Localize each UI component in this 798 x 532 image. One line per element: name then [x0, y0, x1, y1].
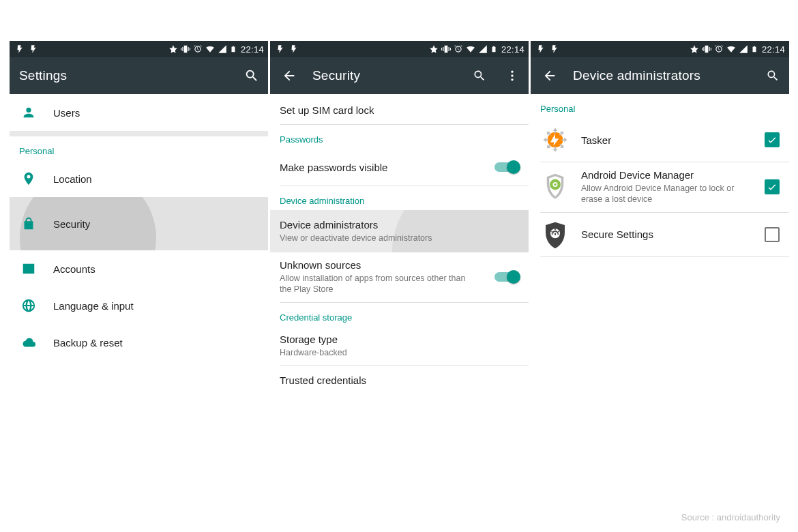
label: Location — [53, 173, 258, 185]
admin-item-tasker[interactable]: Tasker — [531, 118, 789, 162]
checkbox-tasker[interactable] — [765, 132, 780, 147]
svg-point-1 — [511, 74, 513, 76]
item-password-visible[interactable]: Make passwords visible — [270, 149, 529, 186]
svg-point-6 — [554, 183, 557, 186]
divider — [10, 131, 268, 136]
label: Users — [53, 107, 258, 119]
section-header-device-admin: Device administration — [270, 186, 529, 210]
more-vert-icon — [505, 69, 519, 83]
appbar: Security — [270, 57, 529, 94]
sublabel: Hardware-backed — [280, 347, 519, 358]
star-icon — [168, 44, 178, 54]
overflow-button[interactable] — [503, 66, 522, 85]
settings-item-users[interactable]: Users — [10, 94, 268, 131]
admin-item-secure-settings[interactable]: Secure Settings — [531, 213, 789, 256]
page-title: Settings — [19, 68, 228, 83]
settings-item-security[interactable]: Security — [10, 197, 268, 250]
label: Trusted credentials — [280, 374, 519, 386]
alarm-icon — [193, 44, 203, 54]
wifi-icon — [726, 44, 736, 54]
screen-device-administrators: 22:14 Device administrators Personal Tas… — [530, 41, 789, 457]
signal-icon — [739, 44, 748, 54]
search-button[interactable] — [470, 66, 489, 85]
bolt-icon — [536, 44, 546, 54]
sublabel: View or deactivate device administrators — [280, 233, 519, 243]
switch-unknown-sources[interactable] — [494, 270, 519, 284]
label: Security — [53, 218, 258, 230]
section-header-credential: Credential storage — [270, 303, 529, 327]
appbar: Device administrators — [531, 57, 789, 94]
label: Accounts — [53, 263, 258, 275]
star-icon — [690, 44, 699, 54]
item-trusted-credentials[interactable]: Trusted credentials — [270, 366, 529, 396]
label: Secure Settings — [581, 228, 754, 240]
section-header-passwords: Passwords — [270, 125, 529, 149]
sublabel: Allow Android Device Manager to lock or … — [581, 183, 754, 205]
search-icon — [766, 69, 780, 83]
status-bar: 22:14 — [10, 41, 268, 57]
label: Android Device Manager — [581, 169, 754, 181]
status-time: 22:14 — [762, 44, 785, 55]
page-title: Device administrators — [573, 68, 750, 83]
sublabel: Allow installation of apps from sources … — [280, 273, 479, 295]
status-time: 22:14 — [501, 44, 524, 55]
source-credit: Source : androidauthority — [681, 512, 780, 522]
bolt-icon — [276, 44, 285, 54]
search-icon — [473, 69, 486, 83]
battery-icon — [490, 44, 497, 54]
lock-icon — [21, 216, 36, 231]
label: Language & input — [53, 300, 258, 312]
item-storage-type[interactable]: Storage type Hardware-backed — [270, 327, 529, 365]
vibrate-icon — [181, 44, 190, 54]
search-button[interactable] — [763, 66, 782, 85]
status-time: 22:14 — [241, 44, 264, 55]
globe-icon — [21, 298, 36, 313]
alarm-icon — [714, 44, 724, 54]
tasker-icon — [540, 125, 570, 155]
arrow-back-icon — [542, 68, 557, 83]
item-unknown-sources[interactable]: Unknown sources Allow installation of ap… — [270, 252, 529, 302]
screen-security: 22:14 Security Set up SIM card lock Pass… — [269, 41, 529, 457]
svg-point-2 — [511, 78, 513, 80]
switch-password-visible[interactable] — [494, 160, 519, 174]
signal-icon — [478, 44, 488, 54]
back-button[interactable] — [540, 66, 559, 85]
search-button[interactable] — [242, 66, 261, 85]
secure-settings-icon — [540, 220, 570, 250]
bolt-icon — [289, 44, 299, 54]
label: Make passwords visible — [280, 162, 479, 173]
appbar: Settings — [10, 57, 268, 94]
status-bar: 22:14 — [270, 41, 529, 57]
checkbox-secure-settings[interactable] — [765, 227, 780, 242]
signal-icon — [218, 44, 227, 54]
label: Tasker — [581, 134, 754, 146]
bolt-icon — [550, 44, 559, 54]
admin-item-adm[interactable]: Android Device Manager Allow Android Dev… — [531, 162, 789, 212]
page-title: Security — [312, 68, 456, 83]
settings-item-language[interactable]: Language & input — [10, 287, 268, 324]
cloud-upload-icon — [21, 335, 36, 350]
battery-icon — [751, 44, 758, 54]
item-device-administrators[interactable]: Device administrators View or deactivate… — [270, 210, 529, 252]
star-icon — [429, 44, 439, 54]
label: Device administrators — [280, 219, 519, 231]
settings-item-backup[interactable]: Backup & reset — [10, 324, 268, 361]
label: Backup & reset — [53, 337, 258, 349]
bolt-icon — [15, 44, 25, 54]
bolt-icon — [29, 44, 38, 54]
checkbox-adm[interactable] — [765, 179, 780, 194]
settings-item-location[interactable]: Location — [10, 160, 268, 197]
search-icon — [244, 68, 259, 83]
label: Set up SIM card lock — [280, 104, 519, 116]
status-bar: 22:14 — [531, 41, 789, 57]
vibrate-icon — [441, 44, 451, 54]
section-header-personal: Personal — [10, 136, 268, 160]
back-button[interactable] — [280, 66, 299, 85]
battery-icon — [230, 44, 237, 54]
person-icon — [21, 105, 36, 120]
alarm-icon — [454, 44, 463, 54]
item-sim-lock[interactable]: Set up SIM card lock — [270, 94, 529, 124]
arrow-back-icon — [282, 68, 297, 83]
settings-item-accounts[interactable]: Accounts — [10, 250, 268, 287]
label: Storage type — [280, 334, 519, 345]
